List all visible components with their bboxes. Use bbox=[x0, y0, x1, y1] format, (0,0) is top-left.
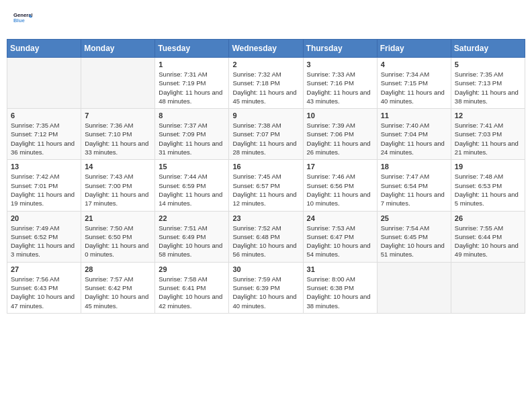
day-number: 5 bbox=[455, 60, 521, 68]
day-info: Sunrise: 7:52 AM Sunset: 6:48 PM Dayligh… bbox=[232, 224, 299, 259]
day-number: 13 bbox=[11, 163, 77, 171]
calendar-cell: 3Sunrise: 7:33 AM Sunset: 7:16 PM Daylig… bbox=[303, 58, 377, 109]
calendar-cell: 19Sunrise: 7:48 AM Sunset: 6:53 PM Dayli… bbox=[451, 160, 525, 211]
day-number: 2 bbox=[232, 60, 299, 68]
page-header: General Blue bbox=[7, 7, 525, 32]
day-info: Sunrise: 7:57 AM Sunset: 6:42 PM Dayligh… bbox=[85, 275, 151, 310]
calendar-cell: 20Sunrise: 7:49 AM Sunset: 6:52 PM Dayli… bbox=[7, 211, 81, 262]
calendar-cell: 9Sunrise: 7:38 AM Sunset: 7:07 PM Daylig… bbox=[229, 109, 303, 160]
day-number: 3 bbox=[307, 60, 373, 68]
day-info: Sunrise: 7:58 AM Sunset: 6:41 PM Dayligh… bbox=[159, 275, 225, 310]
day-info: Sunrise: 7:51 AM Sunset: 6:49 PM Dayligh… bbox=[159, 224, 225, 259]
calendar-cell: 5Sunrise: 7:35 AM Sunset: 7:13 PM Daylig… bbox=[451, 58, 525, 109]
day-info: Sunrise: 7:55 AM Sunset: 6:44 PM Dayligh… bbox=[455, 224, 521, 259]
day-info: Sunrise: 7:43 AM Sunset: 7:00 PM Dayligh… bbox=[85, 172, 151, 208]
day-number: 22 bbox=[159, 214, 225, 222]
day-info: Sunrise: 7:48 AM Sunset: 6:53 PM Dayligh… bbox=[455, 172, 521, 208]
calendar-week-row: 1Sunrise: 7:31 AM Sunset: 7:19 PM Daylig… bbox=[7, 58, 525, 109]
calendar-cell: 29Sunrise: 7:58 AM Sunset: 6:41 PM Dayli… bbox=[155, 262, 229, 313]
calendar-cell: 17Sunrise: 7:46 AM Sunset: 6:56 PM Dayli… bbox=[303, 160, 377, 211]
day-info: Sunrise: 7:40 AM Sunset: 7:04 PM Dayligh… bbox=[381, 121, 447, 156]
day-number: 29 bbox=[159, 265, 225, 273]
weekday-header-wednesday: Wednesday bbox=[229, 40, 303, 58]
day-info: Sunrise: 7:36 AM Sunset: 7:10 PM Dayligh… bbox=[85, 121, 151, 156]
calendar-cell: 12Sunrise: 7:41 AM Sunset: 7:03 PM Dayli… bbox=[451, 109, 525, 160]
day-number: 21 bbox=[85, 214, 151, 222]
calendar-cell: 21Sunrise: 7:50 AM Sunset: 6:50 PM Dayli… bbox=[81, 211, 155, 262]
day-number: 25 bbox=[381, 214, 447, 222]
day-number: 28 bbox=[85, 265, 151, 273]
day-info: Sunrise: 7:32 AM Sunset: 7:18 PM Dayligh… bbox=[232, 70, 299, 105]
weekday-header-friday: Friday bbox=[377, 40, 451, 58]
calendar-cell: 8Sunrise: 7:37 AM Sunset: 7:09 PM Daylig… bbox=[155, 109, 229, 160]
weekday-header-sunday: Sunday bbox=[7, 40, 81, 58]
day-number: 6 bbox=[11, 111, 77, 120]
day-number: 17 bbox=[307, 163, 373, 171]
calendar-cell: 25Sunrise: 7:54 AM Sunset: 6:45 PM Dayli… bbox=[377, 211, 451, 262]
day-number: 16 bbox=[232, 163, 299, 171]
day-info: Sunrise: 7:35 AM Sunset: 7:12 PM Dayligh… bbox=[11, 121, 77, 156]
calendar-cell: 16Sunrise: 7:45 AM Sunset: 6:57 PM Dayli… bbox=[229, 160, 303, 211]
day-info: Sunrise: 7:44 AM Sunset: 6:59 PM Dayligh… bbox=[159, 172, 225, 208]
day-info: Sunrise: 7:35 AM Sunset: 7:13 PM Dayligh… bbox=[455, 70, 521, 105]
day-info: Sunrise: 7:50 AM Sunset: 6:50 PM Dayligh… bbox=[85, 224, 151, 259]
day-number: 10 bbox=[307, 111, 373, 120]
calendar-cell: 4Sunrise: 7:34 AM Sunset: 7:15 PM Daylig… bbox=[377, 58, 451, 109]
calendar-week-row: 6Sunrise: 7:35 AM Sunset: 7:12 PM Daylig… bbox=[7, 109, 525, 160]
day-number: 1 bbox=[159, 60, 225, 68]
day-info: Sunrise: 7:33 AM Sunset: 7:16 PM Dayligh… bbox=[307, 70, 373, 105]
day-info: Sunrise: 7:53 AM Sunset: 6:47 PM Dayligh… bbox=[307, 224, 373, 259]
day-info: Sunrise: 7:37 AM Sunset: 7:09 PM Dayligh… bbox=[159, 121, 225, 156]
day-info: Sunrise: 7:59 AM Sunset: 6:39 PM Dayligh… bbox=[232, 275, 299, 310]
calendar-cell: 27Sunrise: 7:56 AM Sunset: 6:43 PM Dayli… bbox=[7, 262, 81, 313]
weekday-header-tuesday: Tuesday bbox=[155, 40, 229, 58]
calendar-cell: 1Sunrise: 7:31 AM Sunset: 7:19 PM Daylig… bbox=[155, 58, 229, 109]
calendar-cell bbox=[7, 58, 81, 109]
calendar-cell: 23Sunrise: 7:52 AM Sunset: 6:48 PM Dayli… bbox=[229, 211, 303, 262]
day-number: 9 bbox=[232, 111, 299, 120]
day-number: 14 bbox=[85, 163, 151, 171]
weekday-header-thursday: Thursday bbox=[303, 40, 377, 58]
day-number: 23 bbox=[232, 214, 299, 222]
calendar-cell: 18Sunrise: 7:47 AM Sunset: 6:54 PM Dayli… bbox=[377, 160, 451, 211]
day-info: Sunrise: 7:41 AM Sunset: 7:03 PM Dayligh… bbox=[455, 121, 521, 156]
day-number: 4 bbox=[381, 60, 447, 68]
calendar-cell: 26Sunrise: 7:55 AM Sunset: 6:44 PM Dayli… bbox=[451, 211, 525, 262]
calendar-cell: 13Sunrise: 7:42 AM Sunset: 7:01 PM Dayli… bbox=[7, 160, 81, 211]
calendar-week-row: 27Sunrise: 7:56 AM Sunset: 6:43 PM Dayli… bbox=[7, 262, 525, 313]
calendar-cell bbox=[377, 262, 451, 313]
logo-icon: General Blue bbox=[13, 10, 32, 29]
calendar-table: SundayMondayTuesdayWednesdayThursdayFrid… bbox=[7, 39, 525, 314]
weekday-header-row: SundayMondayTuesdayWednesdayThursdayFrid… bbox=[7, 40, 525, 58]
calendar-cell: 6Sunrise: 7:35 AM Sunset: 7:12 PM Daylig… bbox=[7, 109, 81, 160]
calendar-cell: 10Sunrise: 7:39 AM Sunset: 7:06 PM Dayli… bbox=[303, 109, 377, 160]
day-number: 8 bbox=[159, 111, 225, 120]
day-info: Sunrise: 7:34 AM Sunset: 7:15 PM Dayligh… bbox=[381, 70, 447, 105]
svg-text:Blue: Blue bbox=[13, 17, 25, 24]
calendar-cell bbox=[81, 58, 155, 109]
day-info: Sunrise: 7:54 AM Sunset: 6:45 PM Dayligh… bbox=[381, 224, 447, 259]
day-info: Sunrise: 7:31 AM Sunset: 7:19 PM Dayligh… bbox=[159, 70, 225, 105]
calendar-cell: 30Sunrise: 7:59 AM Sunset: 6:39 PM Dayli… bbox=[229, 262, 303, 313]
day-number: 27 bbox=[11, 265, 77, 273]
calendar-cell: 2Sunrise: 7:32 AM Sunset: 7:18 PM Daylig… bbox=[229, 58, 303, 109]
day-number: 24 bbox=[307, 214, 373, 222]
day-number: 20 bbox=[11, 214, 77, 222]
calendar-cell: 7Sunrise: 7:36 AM Sunset: 7:10 PM Daylig… bbox=[81, 109, 155, 160]
day-number: 15 bbox=[159, 163, 225, 171]
calendar-week-row: 13Sunrise: 7:42 AM Sunset: 7:01 PM Dayli… bbox=[7, 160, 525, 211]
day-number: 12 bbox=[455, 111, 521, 120]
day-info: Sunrise: 7:39 AM Sunset: 7:06 PM Dayligh… bbox=[307, 121, 373, 156]
day-info: Sunrise: 7:45 AM Sunset: 6:57 PM Dayligh… bbox=[232, 172, 299, 208]
day-info: Sunrise: 7:49 AM Sunset: 6:52 PM Dayligh… bbox=[11, 224, 77, 259]
day-number: 30 bbox=[232, 265, 299, 273]
day-info: Sunrise: 8:00 AM Sunset: 6:38 PM Dayligh… bbox=[307, 275, 373, 310]
weekday-header-monday: Monday bbox=[81, 40, 155, 58]
day-number: 18 bbox=[381, 163, 447, 171]
day-number: 19 bbox=[455, 163, 521, 171]
calendar-cell: 28Sunrise: 7:57 AM Sunset: 6:42 PM Dayli… bbox=[81, 262, 155, 313]
day-number: 11 bbox=[381, 111, 447, 120]
calendar-cell: 22Sunrise: 7:51 AM Sunset: 6:49 PM Dayli… bbox=[155, 211, 229, 262]
calendar-cell: 15Sunrise: 7:44 AM Sunset: 6:59 PM Dayli… bbox=[155, 160, 229, 211]
calendar-cell bbox=[451, 262, 525, 313]
